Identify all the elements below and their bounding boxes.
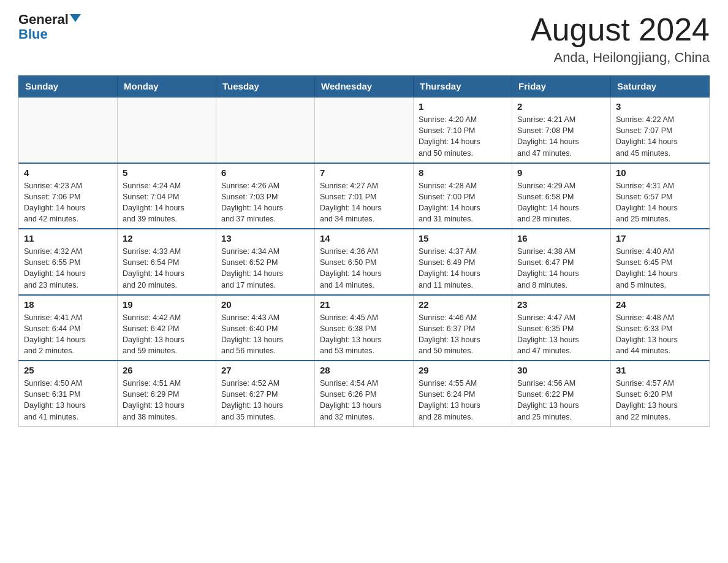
col-tuesday: Tuesday <box>216 76 315 98</box>
table-row: 30Sunrise: 4:56 AM Sunset: 6:22 PM Dayli… <box>512 361 611 426</box>
day-info: Sunrise: 4:22 AM Sunset: 7:07 PM Dayligh… <box>616 114 704 159</box>
day-number: 9 <box>517 167 605 178</box>
table-row: 8Sunrise: 4:28 AM Sunset: 7:00 PM Daylig… <box>414 163 512 229</box>
day-number: 22 <box>419 299 507 310</box>
day-info: Sunrise: 4:24 AM Sunset: 7:04 PM Dayligh… <box>123 180 211 225</box>
col-wednesday: Wednesday <box>315 76 414 98</box>
table-row: 10Sunrise: 4:31 AM Sunset: 6:57 PM Dayli… <box>611 163 710 229</box>
table-row: 27Sunrise: 4:52 AM Sunset: 6:27 PM Dayli… <box>216 361 315 426</box>
table-row: 9Sunrise: 4:29 AM Sunset: 6:58 PM Daylig… <box>512 163 611 229</box>
day-number: 2 <box>517 101 605 112</box>
day-info: Sunrise: 4:55 AM Sunset: 6:24 PM Dayligh… <box>419 378 507 423</box>
day-number: 26 <box>123 365 211 375</box>
day-number: 30 <box>517 365 605 375</box>
calendar-week-row: 1Sunrise: 4:20 AM Sunset: 7:10 PM Daylig… <box>19 97 710 163</box>
day-number: 5 <box>123 167 211 178</box>
day-number: 10 <box>616 167 704 178</box>
table-row: 25Sunrise: 4:50 AM Sunset: 6:31 PM Dayli… <box>19 361 118 426</box>
day-info: Sunrise: 4:54 AM Sunset: 6:26 PM Dayligh… <box>320 378 408 423</box>
day-info: Sunrise: 4:23 AM Sunset: 7:06 PM Dayligh… <box>24 180 112 225</box>
calendar-week-row: 18Sunrise: 4:41 AM Sunset: 6:44 PM Dayli… <box>19 295 710 361</box>
day-info: Sunrise: 4:37 AM Sunset: 6:49 PM Dayligh… <box>419 246 507 291</box>
day-info: Sunrise: 4:42 AM Sunset: 6:42 PM Dayligh… <box>123 312 211 357</box>
day-info: Sunrise: 4:31 AM Sunset: 6:57 PM Dayligh… <box>616 180 704 225</box>
day-number: 31 <box>616 365 704 375</box>
day-info: Sunrise: 4:34 AM Sunset: 6:52 PM Dayligh… <box>221 246 309 291</box>
day-number: 18 <box>24 299 112 310</box>
table-row: 4Sunrise: 4:23 AM Sunset: 7:06 PM Daylig… <box>19 163 118 229</box>
day-number: 4 <box>24 167 112 178</box>
logo-triangle-icon <box>70 14 81 22</box>
table-row: 19Sunrise: 4:42 AM Sunset: 6:42 PM Dayli… <box>118 295 216 361</box>
day-info: Sunrise: 4:46 AM Sunset: 6:37 PM Dayligh… <box>419 312 507 357</box>
table-row: 17Sunrise: 4:40 AM Sunset: 6:45 PM Dayli… <box>611 229 710 295</box>
table-row: 3Sunrise: 4:22 AM Sunset: 7:07 PM Daylig… <box>611 97 710 163</box>
calendar-header-row: Sunday Monday Tuesday Wednesday Thursday… <box>19 76 710 98</box>
day-info: Sunrise: 4:57 AM Sunset: 6:20 PM Dayligh… <box>616 378 704 423</box>
table-row: 6Sunrise: 4:26 AM Sunset: 7:03 PM Daylig… <box>216 163 315 229</box>
table-row <box>19 97 118 163</box>
day-info: Sunrise: 4:48 AM Sunset: 6:33 PM Dayligh… <box>616 312 704 357</box>
table-row: 18Sunrise: 4:41 AM Sunset: 6:44 PM Dayli… <box>19 295 118 361</box>
table-row: 22Sunrise: 4:46 AM Sunset: 6:37 PM Dayli… <box>414 295 512 361</box>
calendar-week-row: 4Sunrise: 4:23 AM Sunset: 7:06 PM Daylig… <box>19 163 710 229</box>
col-saturday: Saturday <box>611 76 710 98</box>
col-monday: Monday <box>118 76 216 98</box>
day-info: Sunrise: 4:28 AM Sunset: 7:00 PM Dayligh… <box>419 180 507 225</box>
calendar-title: August 2024 <box>531 12 710 47</box>
day-number: 12 <box>123 233 211 243</box>
table-row: 26Sunrise: 4:51 AM Sunset: 6:29 PM Dayli… <box>118 361 216 426</box>
day-number: 19 <box>123 299 211 310</box>
table-row: 2Sunrise: 4:21 AM Sunset: 7:08 PM Daylig… <box>512 97 611 163</box>
title-block: August 2024 Anda, Heilongjiang, China <box>531 12 710 66</box>
calendar-table: Sunday Monday Tuesday Wednesday Thursday… <box>18 75 710 427</box>
day-number: 7 <box>320 167 408 178</box>
day-number: 28 <box>320 365 408 375</box>
day-number: 8 <box>419 167 507 178</box>
day-info: Sunrise: 4:21 AM Sunset: 7:08 PM Dayligh… <box>517 114 605 159</box>
day-number: 15 <box>419 233 507 243</box>
table-row: 12Sunrise: 4:33 AM Sunset: 6:54 PM Dayli… <box>118 229 216 295</box>
day-number: 21 <box>320 299 408 310</box>
day-number: 25 <box>24 365 112 375</box>
day-info: Sunrise: 4:50 AM Sunset: 6:31 PM Dayligh… <box>24 378 112 423</box>
col-thursday: Thursday <box>414 76 512 98</box>
day-number: 14 <box>320 233 408 243</box>
day-info: Sunrise: 4:27 AM Sunset: 7:01 PM Dayligh… <box>320 180 408 225</box>
table-row <box>118 97 216 163</box>
day-info: Sunrise: 4:40 AM Sunset: 6:45 PM Dayligh… <box>616 246 704 291</box>
table-row: 1Sunrise: 4:20 AM Sunset: 7:10 PM Daylig… <box>414 97 512 163</box>
day-number: 23 <box>517 299 605 310</box>
day-number: 13 <box>221 233 309 243</box>
page-header: General Blue August 2024 Anda, Heilongji… <box>18 12 710 66</box>
table-row: 15Sunrise: 4:37 AM Sunset: 6:49 PM Dayli… <box>414 229 512 295</box>
table-row: 20Sunrise: 4:43 AM Sunset: 6:40 PM Dayli… <box>216 295 315 361</box>
col-sunday: Sunday <box>19 76 118 98</box>
day-number: 3 <box>616 101 704 112</box>
table-row: 11Sunrise: 4:32 AM Sunset: 6:55 PM Dayli… <box>19 229 118 295</box>
logo-text-blue: Blue <box>18 27 48 42</box>
day-info: Sunrise: 4:47 AM Sunset: 6:35 PM Dayligh… <box>517 312 605 357</box>
logo: General Blue <box>18 12 81 42</box>
day-info: Sunrise: 4:29 AM Sunset: 6:58 PM Dayligh… <box>517 180 605 225</box>
day-info: Sunrise: 4:56 AM Sunset: 6:22 PM Dayligh… <box>517 378 605 423</box>
day-number: 1 <box>419 101 507 112</box>
table-row: 31Sunrise: 4:57 AM Sunset: 6:20 PM Dayli… <box>611 361 710 426</box>
day-info: Sunrise: 4:36 AM Sunset: 6:50 PM Dayligh… <box>320 246 408 291</box>
day-info: Sunrise: 4:43 AM Sunset: 6:40 PM Dayligh… <box>221 312 309 357</box>
table-row: 13Sunrise: 4:34 AM Sunset: 6:52 PM Dayli… <box>216 229 315 295</box>
table-row: 24Sunrise: 4:48 AM Sunset: 6:33 PM Dayli… <box>611 295 710 361</box>
day-info: Sunrise: 4:51 AM Sunset: 6:29 PM Dayligh… <box>123 378 211 423</box>
table-row: 14Sunrise: 4:36 AM Sunset: 6:50 PM Dayli… <box>315 229 414 295</box>
table-row <box>216 97 315 163</box>
day-number: 11 <box>24 233 112 243</box>
table-row: 28Sunrise: 4:54 AM Sunset: 6:26 PM Dayli… <box>315 361 414 426</box>
table-row: 5Sunrise: 4:24 AM Sunset: 7:04 PM Daylig… <box>118 163 216 229</box>
table-row: 29Sunrise: 4:55 AM Sunset: 6:24 PM Dayli… <box>414 361 512 426</box>
logo-text-general: General <box>18 12 69 27</box>
table-row: 21Sunrise: 4:45 AM Sunset: 6:38 PM Dayli… <box>315 295 414 361</box>
table-row: 7Sunrise: 4:27 AM Sunset: 7:01 PM Daylig… <box>315 163 414 229</box>
day-number: 27 <box>221 365 309 375</box>
day-number: 16 <box>517 233 605 243</box>
day-number: 29 <box>419 365 507 375</box>
